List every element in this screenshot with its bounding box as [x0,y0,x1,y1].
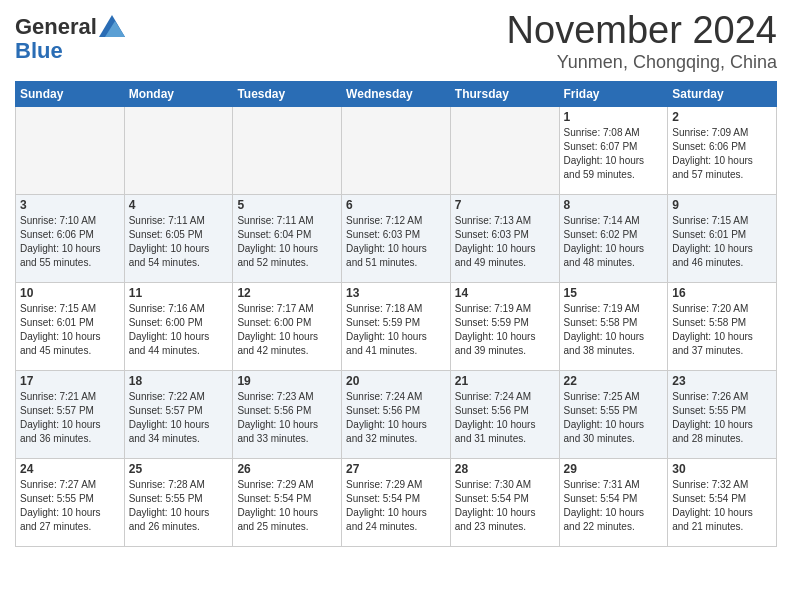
day-info: Sunrise: 7:32 AM Sunset: 5:54 PM Dayligh… [672,478,772,534]
day-number: 4 [129,198,229,212]
day-number: 13 [346,286,446,300]
day-number: 19 [237,374,337,388]
day-info: Sunrise: 7:11 AM Sunset: 6:04 PM Dayligh… [237,214,337,270]
logo-general-text: General [15,14,97,40]
day-info: Sunrise: 7:20 AM Sunset: 5:58 PM Dayligh… [672,302,772,358]
calendar-cell: 26Sunrise: 7:29 AM Sunset: 5:54 PM Dayli… [233,458,342,546]
day-info: Sunrise: 7:19 AM Sunset: 5:59 PM Dayligh… [455,302,555,358]
calendar-cell [450,106,559,194]
day-info: Sunrise: 7:10 AM Sunset: 6:06 PM Dayligh… [20,214,120,270]
day-info: Sunrise: 7:25 AM Sunset: 5:55 PM Dayligh… [564,390,664,446]
day-info: Sunrise: 7:08 AM Sunset: 6:07 PM Dayligh… [564,126,664,182]
title-block: November 2024 Yunmen, Chongqing, China [507,10,777,73]
calendar-cell: 14Sunrise: 7:19 AM Sunset: 5:59 PM Dayli… [450,282,559,370]
calendar-week-row: 1Sunrise: 7:08 AM Sunset: 6:07 PM Daylig… [16,106,777,194]
weekday-header-tuesday: Tuesday [233,81,342,106]
day-number: 17 [20,374,120,388]
header: General Blue November 2024 Yunmen, Chong… [15,10,777,73]
day-number: 23 [672,374,772,388]
day-info: Sunrise: 7:30 AM Sunset: 5:54 PM Dayligh… [455,478,555,534]
day-number: 10 [20,286,120,300]
calendar-cell: 21Sunrise: 7:24 AM Sunset: 5:56 PM Dayli… [450,370,559,458]
day-info: Sunrise: 7:13 AM Sunset: 6:03 PM Dayligh… [455,214,555,270]
weekday-header-friday: Friday [559,81,668,106]
calendar-cell: 30Sunrise: 7:32 AM Sunset: 5:54 PM Dayli… [668,458,777,546]
weekday-header-wednesday: Wednesday [342,81,451,106]
calendar-cell: 18Sunrise: 7:22 AM Sunset: 5:57 PM Dayli… [124,370,233,458]
day-number: 30 [672,462,772,476]
day-info: Sunrise: 7:17 AM Sunset: 6:00 PM Dayligh… [237,302,337,358]
day-number: 15 [564,286,664,300]
calendar-cell: 9Sunrise: 7:15 AM Sunset: 6:01 PM Daylig… [668,194,777,282]
logo-blue-text: Blue [15,38,63,63]
day-info: Sunrise: 7:29 AM Sunset: 5:54 PM Dayligh… [346,478,446,534]
logo: General Blue [15,14,125,64]
day-number: 3 [20,198,120,212]
day-number: 22 [564,374,664,388]
day-info: Sunrise: 7:22 AM Sunset: 5:57 PM Dayligh… [129,390,229,446]
day-number: 24 [20,462,120,476]
day-number: 2 [672,110,772,124]
calendar-cell [124,106,233,194]
calendar-cell: 24Sunrise: 7:27 AM Sunset: 5:55 PM Dayli… [16,458,125,546]
calendar-cell: 16Sunrise: 7:20 AM Sunset: 5:58 PM Dayli… [668,282,777,370]
weekday-header-sunday: Sunday [16,81,125,106]
month-title: November 2024 [507,10,777,52]
calendar-cell: 19Sunrise: 7:23 AM Sunset: 5:56 PM Dayli… [233,370,342,458]
day-info: Sunrise: 7:29 AM Sunset: 5:54 PM Dayligh… [237,478,337,534]
calendar: SundayMondayTuesdayWednesdayThursdayFrid… [15,81,777,547]
calendar-cell: 23Sunrise: 7:26 AM Sunset: 5:55 PM Dayli… [668,370,777,458]
day-number: 16 [672,286,772,300]
calendar-cell: 4Sunrise: 7:11 AM Sunset: 6:05 PM Daylig… [124,194,233,282]
day-number: 26 [237,462,337,476]
day-number: 29 [564,462,664,476]
calendar-cell [16,106,125,194]
calendar-cell: 17Sunrise: 7:21 AM Sunset: 5:57 PM Dayli… [16,370,125,458]
day-info: Sunrise: 7:18 AM Sunset: 5:59 PM Dayligh… [346,302,446,358]
calendar-cell: 27Sunrise: 7:29 AM Sunset: 5:54 PM Dayli… [342,458,451,546]
day-info: Sunrise: 7:24 AM Sunset: 5:56 PM Dayligh… [346,390,446,446]
day-info: Sunrise: 7:27 AM Sunset: 5:55 PM Dayligh… [20,478,120,534]
day-number: 6 [346,198,446,212]
calendar-week-row: 10Sunrise: 7:15 AM Sunset: 6:01 PM Dayli… [16,282,777,370]
weekday-header-monday: Monday [124,81,233,106]
calendar-cell: 22Sunrise: 7:25 AM Sunset: 5:55 PM Dayli… [559,370,668,458]
calendar-cell: 10Sunrise: 7:15 AM Sunset: 6:01 PM Dayli… [16,282,125,370]
calendar-week-row: 24Sunrise: 7:27 AM Sunset: 5:55 PM Dayli… [16,458,777,546]
calendar-cell: 28Sunrise: 7:30 AM Sunset: 5:54 PM Dayli… [450,458,559,546]
calendar-cell: 13Sunrise: 7:18 AM Sunset: 5:59 PM Dayli… [342,282,451,370]
calendar-cell: 7Sunrise: 7:13 AM Sunset: 6:03 PM Daylig… [450,194,559,282]
day-number: 12 [237,286,337,300]
calendar-cell: 15Sunrise: 7:19 AM Sunset: 5:58 PM Dayli… [559,282,668,370]
day-info: Sunrise: 7:26 AM Sunset: 5:55 PM Dayligh… [672,390,772,446]
day-info: Sunrise: 7:24 AM Sunset: 5:56 PM Dayligh… [455,390,555,446]
day-info: Sunrise: 7:15 AM Sunset: 6:01 PM Dayligh… [672,214,772,270]
calendar-cell: 29Sunrise: 7:31 AM Sunset: 5:54 PM Dayli… [559,458,668,546]
calendar-cell: 6Sunrise: 7:12 AM Sunset: 6:03 PM Daylig… [342,194,451,282]
day-info: Sunrise: 7:11 AM Sunset: 6:05 PM Dayligh… [129,214,229,270]
day-number: 21 [455,374,555,388]
calendar-cell: 1Sunrise: 7:08 AM Sunset: 6:07 PM Daylig… [559,106,668,194]
day-info: Sunrise: 7:19 AM Sunset: 5:58 PM Dayligh… [564,302,664,358]
day-number: 14 [455,286,555,300]
page: General Blue November 2024 Yunmen, Chong… [0,0,792,557]
calendar-cell: 2Sunrise: 7:09 AM Sunset: 6:06 PM Daylig… [668,106,777,194]
day-number: 20 [346,374,446,388]
day-number: 11 [129,286,229,300]
calendar-header-row: SundayMondayTuesdayWednesdayThursdayFrid… [16,81,777,106]
calendar-cell [233,106,342,194]
day-number: 7 [455,198,555,212]
day-number: 8 [564,198,664,212]
day-number: 25 [129,462,229,476]
calendar-cell: 11Sunrise: 7:16 AM Sunset: 6:00 PM Dayli… [124,282,233,370]
day-info: Sunrise: 7:16 AM Sunset: 6:00 PM Dayligh… [129,302,229,358]
day-info: Sunrise: 7:28 AM Sunset: 5:55 PM Dayligh… [129,478,229,534]
day-info: Sunrise: 7:14 AM Sunset: 6:02 PM Dayligh… [564,214,664,270]
weekday-header-thursday: Thursday [450,81,559,106]
weekday-header-saturday: Saturday [668,81,777,106]
calendar-cell [342,106,451,194]
day-info: Sunrise: 7:15 AM Sunset: 6:01 PM Dayligh… [20,302,120,358]
calendar-week-row: 3Sunrise: 7:10 AM Sunset: 6:06 PM Daylig… [16,194,777,282]
calendar-cell: 3Sunrise: 7:10 AM Sunset: 6:06 PM Daylig… [16,194,125,282]
location-title: Yunmen, Chongqing, China [507,52,777,73]
